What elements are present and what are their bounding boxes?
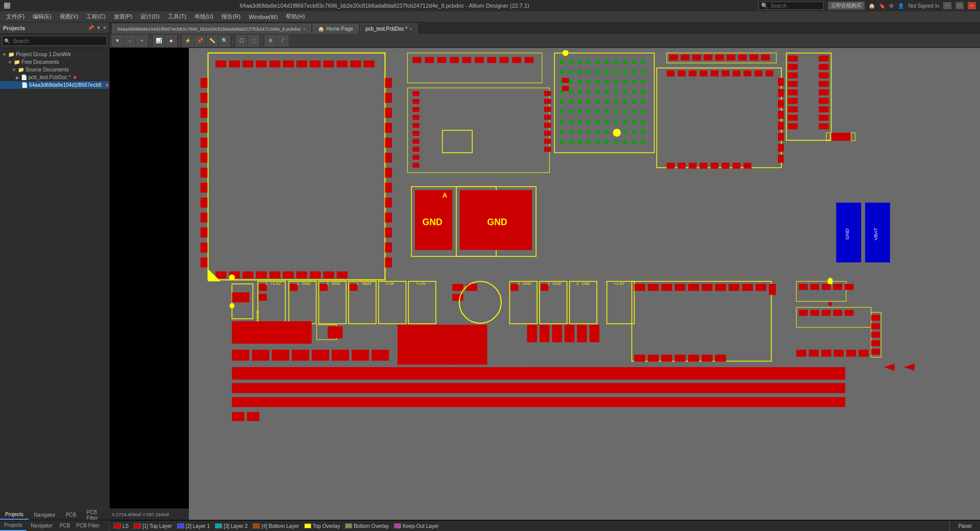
tab-pcb[interactable]: PCB (61, 510, 82, 520)
text-icon[interactable]: A (265, 35, 276, 46)
panel-menu-icon[interactable]: ▼ (96, 25, 101, 31)
menu-reports[interactable]: 报告(R) (217, 12, 244, 21)
tab-pcbdoc-long[interactable]: 64aa3d68da9e104d1f8667ecb83c7696_bb2e20c… (112, 23, 311, 34)
maximize-button[interactable]: □ (955, 2, 964, 9)
svg-rect-41 (385, 138, 392, 148)
tab-home-page[interactable]: 🏠 Home Page (312, 23, 359, 34)
svg-rect-350 (822, 310, 831, 316)
svg-point-94 (569, 90, 573, 94)
svg-point-124 (569, 120, 573, 124)
svg-rect-55 (450, 57, 459, 63)
tree-item-project-group[interactable]: ▼ 📁 Project Group 1.DsnWrk (0, 51, 109, 58)
layer-bottom-overlay[interactable]: Bottom Overlay (345, 523, 389, 529)
svg-rect-327 (702, 284, 713, 291)
status-tab-projects[interactable]: Projects (0, 520, 27, 531)
bookmark-icon[interactable]: 🔖 (879, 3, 885, 9)
expand-icon: ▼ (2, 52, 7, 57)
route-icon[interactable]: ⚡ (182, 35, 193, 46)
home-icon[interactable]: 🏠 (869, 3, 875, 9)
menu-file[interactable]: 文件(F) (2, 12, 29, 21)
project-tree: ▼ 📁 Project Group 1.DsnWrk ▼ 📁 Free Docu… (0, 49, 109, 520)
svg-rect-348 (799, 310, 808, 316)
titlebar-search-input[interactable] (770, 3, 821, 9)
svg-rect-173 (788, 115, 798, 121)
tab-pcb-test[interactable]: pcb_test.PcbDoc * × (360, 23, 418, 34)
menu-edit[interactable]: 编辑(E) (29, 12, 56, 21)
menu-window[interactable]: Window(W) (244, 13, 282, 21)
tab-label: Home Page (326, 26, 353, 32)
search-input[interactable] (2, 36, 107, 46)
online-purchase-button[interactable]: 立即在线购买 (828, 2, 865, 10)
svg-rect-19 (283, 272, 293, 279)
square-icon[interactable]: ■ (165, 35, 177, 46)
menu-tools[interactable]: 工具(T) (164, 12, 190, 21)
measure-icon[interactable]: 📏 (207, 35, 218, 46)
menu-project[interactable]: 工程(C) (82, 12, 109, 21)
menu-view[interactable]: 视图(V) (56, 12, 83, 21)
layer-keepout[interactable]: Keep-Out Layer (394, 523, 439, 529)
filter-icon[interactable]: ▼ (112, 35, 123, 46)
layer-2[interactable]: [2] Layer 1 (177, 523, 210, 529)
tab-pcb-filter[interactable]: PCB Filter (82, 510, 110, 520)
svg-rect-8 (296, 60, 307, 67)
tree-item-pcb-sub[interactable]: 📄 64aa3d68da9e104d1f8667ecb8: ✱ (0, 81, 109, 89)
svg-point-127 (596, 120, 600, 124)
panel-pin-icon[interactable]: 📌 (88, 25, 94, 31)
tab-navigator[interactable]: Navigator (29, 510, 61, 520)
add-icon[interactable]: + (136, 35, 148, 46)
tab-projects[interactable]: Projects (0, 510, 29, 520)
layer-ls[interactable]: LS (114, 523, 129, 529)
svg-point-148 (605, 140, 609, 144)
layer-top-overlay[interactable]: Top Overlay (304, 523, 340, 529)
status-tab-pcb-filter[interactable]: PCB Filter (74, 520, 103, 531)
status-tab-pcb-label: PCB (60, 523, 70, 528)
pin-icon[interactable]: 📌 (194, 35, 206, 46)
menu-route[interactable]: 布线(U) (190, 12, 217, 21)
status-tab-pcb[interactable]: PCB (57, 520, 74, 531)
svg-rect-185 (667, 70, 675, 77)
status-tab-navigator[interactable]: Navigator (27, 520, 57, 531)
svg-rect-42 (385, 153, 392, 163)
menu-design[interactable]: 设计(D) (136, 12, 163, 21)
panel-button[interactable]: Panel (949, 520, 980, 531)
settings-icon[interactable]: ⚙ (889, 3, 894, 9)
menu-help[interactable]: 帮助(H) (282, 12, 309, 21)
titlebar-search-box[interactable]: 🔍 (758, 2, 824, 10)
layer-3[interactable]: [3] Layer 2 (215, 523, 248, 529)
menu-place[interactable]: 放置(P) (110, 12, 137, 21)
user-icon[interactable]: 👤 (898, 3, 904, 9)
tree-item-free-docs[interactable]: ▼ 📁 Free Documents (0, 58, 109, 66)
svg-point-111 (632, 100, 636, 104)
select-icon[interactable]: ☐ (236, 35, 247, 46)
menu-bar: 文件(F) 编辑(E) 视图(V) 工程(C) 放置(P) 设计(D) 工具(T… (0, 11, 980, 22)
tab-close-icon[interactable]: × (409, 27, 412, 32)
svg-rect-192 (744, 70, 752, 77)
minimize-button[interactable]: − (943, 2, 951, 9)
signin-label[interactable]: Not Signed In (908, 3, 939, 9)
layer-bottom[interactable]: [4] Bottom Layer (253, 523, 299, 529)
svg-rect-358 (871, 349, 880, 355)
svg-rect-214 (412, 107, 420, 112)
panel-close-icon[interactable]: × (103, 25, 106, 31)
chart-icon[interactable]: 📊 (153, 35, 164, 46)
zoom-icon[interactable]: 🔍 (219, 35, 230, 46)
svg-rect-193 (754, 70, 763, 77)
tree-item-pcb-test[interactable]: ▶ 📄 pcb_test.PcbDoc * ✱ (0, 74, 109, 81)
layer-top[interactable]: [1] Top Layer (134, 523, 172, 529)
tab-close-icon[interactable]: × (303, 27, 306, 32)
close-button[interactable]: × (968, 2, 976, 9)
arrow-icon[interactable]: → (124, 35, 135, 46)
svg-rect-218 (412, 139, 420, 144)
area-icon[interactable]: ⬚ (248, 35, 259, 46)
svg-rect-49 (385, 257, 392, 268)
svg-rect-181 (819, 106, 829, 112)
tree-item-source-docs[interactable]: ▼ 📁 Source Documents (0, 66, 109, 74)
svg-rect-356 (871, 332, 880, 338)
line-icon[interactable]: ∕ (277, 35, 288, 46)
svg-rect-39 (385, 108, 392, 118)
pcb-canvas[interactable]: GND GND GND VBAT A (189, 48, 980, 520)
svg-rect-316 (540, 325, 550, 342)
svg-point-146 (587, 140, 591, 144)
svg-point-137 (596, 130, 600, 134)
svg-text:1: 1 (357, 281, 359, 286)
